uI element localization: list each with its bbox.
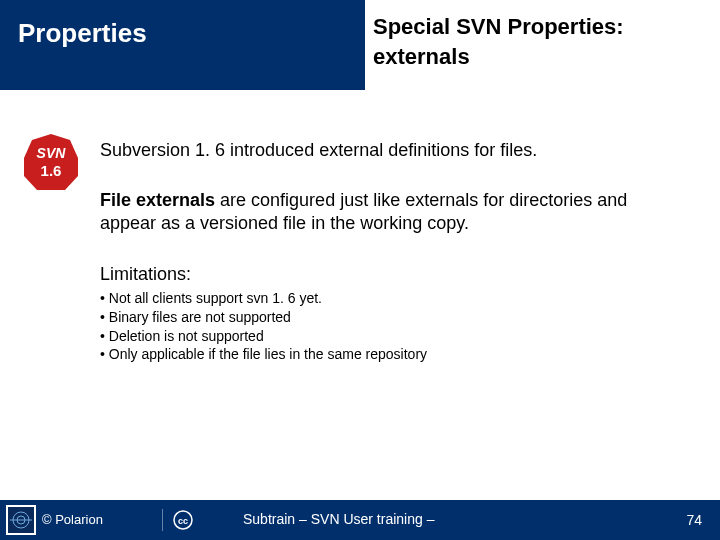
- file-externals-paragraph: File externals are configured just like …: [100, 189, 680, 236]
- header-section-title: Properties: [0, 0, 365, 90]
- slide-content: SVN 1.6 Subversion 1. 6 introduced exter…: [0, 90, 720, 364]
- list-item: Only applicable if the file lies in the …: [100, 345, 680, 364]
- slide-header: Properties Special SVN Properties: exter…: [0, 0, 720, 90]
- svg-text:SVN: SVN: [37, 145, 67, 161]
- svn-badge-icon: SVN 1.6: [20, 132, 82, 194]
- slide-footer: © Polarion cc Subtrain – SVN User traini…: [0, 500, 720, 540]
- limitations-title: Limitations:: [100, 264, 680, 285]
- footer-divider: [162, 509, 163, 531]
- title-line-1: Special SVN Properties:: [373, 12, 720, 42]
- list-item: Deletion is not supported: [100, 327, 680, 346]
- svg-text:1.6: 1.6: [41, 162, 62, 179]
- title-line-2: externals: [373, 42, 720, 72]
- footer-center-text: Subtrain – SVN User training –: [243, 512, 434, 527]
- svg-text:cc: cc: [178, 516, 188, 526]
- header-slide-title: Special SVN Properties: externals: [365, 0, 720, 90]
- cc-license-icon: cc: [173, 510, 193, 530]
- file-externals-label: File externals: [100, 190, 215, 210]
- list-item: Binary files are not supported: [100, 308, 680, 327]
- limitations-list: Not all clients support svn 1. 6 yet. Bi…: [100, 289, 680, 365]
- list-item: Not all clients support svn 1. 6 yet.: [100, 289, 680, 308]
- page-number: 74: [686, 512, 702, 528]
- polarion-logo-icon: [6, 505, 36, 535]
- copyright-text: © Polarion: [42, 513, 152, 527]
- intro-text: Subversion 1. 6 introduced external defi…: [100, 140, 680, 161]
